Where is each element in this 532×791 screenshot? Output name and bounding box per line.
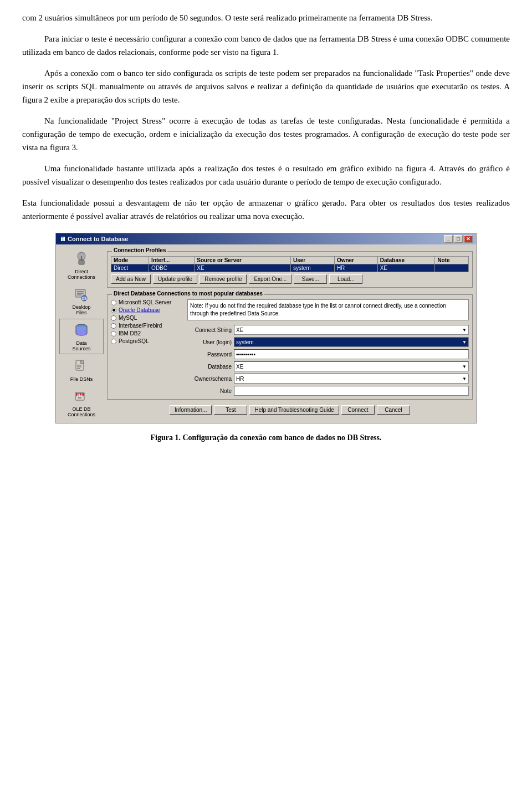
remove-profile-button[interactable]: Remove profile <box>200 274 247 284</box>
note-input[interactable] <box>234 386 469 396</box>
radio-circle-oracle <box>111 308 116 313</box>
sidebar-item-direct-connections[interactable]: DirectConnections <box>59 248 104 282</box>
svg-text:DB: DB <box>78 396 81 399</box>
radio-circle-interbase <box>111 323 116 329</box>
svg-rect-1 <box>79 260 84 264</box>
sidebar-label-oledb: OLE DBConnections <box>68 406 95 417</box>
connect-string-select[interactable]: XE ▼ <box>234 325 469 335</box>
cell-mode: Direct <box>111 264 149 272</box>
paragraph-1: com 2 usuários simultâneos por um períod… <box>22 11 510 24</box>
sidebar-label-direct: DirectConnections <box>68 269 95 280</box>
load-button[interactable]: Load... <box>329 274 362 284</box>
profile-buttons-row: Add as New Update profile Remove profile… <box>111 274 469 284</box>
col-database: Database <box>377 257 435 264</box>
paragraph-3: Após a conexão com o banco ter sido conf… <box>22 67 510 106</box>
sidebar-item-data-sources[interactable]: DataSources <box>59 319 104 354</box>
svg-rect-13 <box>77 366 81 368</box>
col-mode: Mode <box>111 257 149 264</box>
sidebar-item-desktop-files[interactable]: DB DesktopFiles <box>59 283 104 318</box>
titlebar-left: 🖥 Connect to Database <box>59 236 128 242</box>
file-dsns-icon <box>73 358 90 375</box>
chevron-down-icon: ▼ <box>462 364 467 369</box>
profile-table: Mode Interf... Source or Server User Own… <box>111 256 469 272</box>
direct-db-group: Direct Database Connections to most popu… <box>107 294 473 400</box>
radio-label-oracle: Oracle Database <box>119 307 160 313</box>
test-button[interactable]: Test <box>214 405 247 415</box>
radio-label-postgresql: PostgreSQL <box>119 338 149 344</box>
table-row[interactable]: Direct ODBC XE system HR XE <box>111 264 469 272</box>
sidebar-label-datasources: DataSources <box>72 340 90 351</box>
add-as-new-button[interactable]: Add as New <box>111 274 151 284</box>
radio-mysql[interactable]: MySQL <box>111 315 183 321</box>
direct-connections-icon <box>73 250 90 268</box>
radio-mssql[interactable]: Microsoft SQL Server <box>111 299 183 305</box>
note-text: Note: If you do not find the required da… <box>190 303 446 317</box>
svg-rect-14 <box>77 368 80 369</box>
cell-user: system <box>291 264 335 272</box>
radio-label-mysql: MySQL <box>119 315 137 321</box>
radio-circle-mysql <box>111 315 116 321</box>
titlebar-controls: _ □ ✕ <box>444 235 473 243</box>
minimize-button[interactable]: _ <box>444 235 453 243</box>
figure-caption: Figura 1. Configuração da conexão com ba… <box>22 433 510 442</box>
radio-interbase[interactable]: Interbase/Firebird <box>111 323 183 329</box>
svg-rect-4 <box>77 291 84 292</box>
label-user-login: User (login) <box>187 339 232 345</box>
radio-postgresql[interactable]: PostgreSQL <box>111 338 183 344</box>
radio-label-mssql: Microsoft SQL Server <box>119 299 171 305</box>
password-input[interactable] <box>234 349 469 359</box>
export-one-button[interactable]: Export One... <box>249 274 291 284</box>
left-sidebar: DirectConnections DB DesktopFiles <box>59 248 104 420</box>
database-select[interactable]: XE ▼ <box>234 361 469 371</box>
owner-schema-select[interactable]: HR ▼ <box>234 374 469 384</box>
label-password: Password <box>187 351 232 358</box>
form-row-user-login: User (login) system ▼ <box>187 337 469 347</box>
note-box: Note: If you do not find the required da… <box>187 299 469 320</box>
svg-rect-5 <box>77 293 84 294</box>
radio-ibmdb2[interactable]: IBM DB2 <box>111 330 183 336</box>
user-login-select[interactable]: system ▼ <box>234 337 469 347</box>
form-row-note: Note <box>187 386 469 396</box>
right-form: Note: If you do not find the required da… <box>187 299 469 396</box>
sidebar-label-desktop: DesktopFiles <box>72 304 90 315</box>
connection-profiles-title: Connection Profiles <box>112 247 167 253</box>
maximize-button[interactable]: □ <box>454 235 463 243</box>
dialog-figure: 🖥 Connect to Database _ □ ✕ DirectConne <box>55 233 477 423</box>
col-source: Source or Server <box>195 257 291 264</box>
cancel-button[interactable]: Cancel <box>377 405 410 415</box>
radio-list: Microsoft SQL Server Oracle Database MyS… <box>111 299 183 396</box>
cell-owner: HR <box>334 264 377 272</box>
desktop-files-icon: DB <box>73 285 90 303</box>
label-connect-string: Connect String <box>187 327 232 333</box>
connect-button[interactable]: Connect <box>341 405 375 415</box>
label-owner-schema: Owner/schema <box>187 376 232 382</box>
right-content: Connection Profiles Mode Interf... Sourc… <box>107 248 473 420</box>
help-troubleshooting-button[interactable]: Help and Troubleshooting Guide <box>249 405 339 415</box>
sidebar-label-filedsns: File DSNs <box>70 376 93 382</box>
direct-db-inner: Microsoft SQL Server Oracle Database MyS… <box>111 299 469 396</box>
paragraph-5: Uma funcionalidade bastante utilizada ap… <box>22 162 510 188</box>
close-button[interactable]: ✕ <box>464 235 473 243</box>
cell-interf: ODBC <box>149 264 195 272</box>
update-profile-button[interactable]: Update profile <box>153 274 197 284</box>
paragraph-6: Esta funcionalidade possui a desvantagem… <box>22 196 510 223</box>
form-row-database: Database XE ▼ <box>187 361 469 371</box>
col-owner: Owner <box>334 257 377 264</box>
radio-label-interbase: Interbase/Firebird <box>119 323 162 329</box>
radio-oracle[interactable]: Oracle Database <box>111 307 183 313</box>
dialog-title-icon: 🖥 <box>59 236 65 242</box>
save-button[interactable]: Save... <box>294 274 327 284</box>
chevron-down-icon: ▼ <box>462 340 467 345</box>
cell-source: XE <box>195 264 291 272</box>
form-row-connect-string: Connect String XE ▼ <box>187 325 469 335</box>
col-interf: Interf... <box>149 257 195 264</box>
sidebar-item-ole-db[interactable]: OLE DB OLE DBConnections <box>59 385 104 420</box>
direct-db-title: Direct Database Connections to most popu… <box>112 290 264 297</box>
cell-note <box>435 264 469 272</box>
col-note: Note <box>435 257 469 264</box>
ole-db-icon: OLE DB <box>73 387 90 405</box>
information-button[interactable]: Information... <box>170 405 212 415</box>
sidebar-item-file-dsns[interactable]: File DSNs <box>59 355 104 384</box>
dialog-body: DirectConnections DB DesktopFiles <box>56 244 476 423</box>
radio-circle-ibmdb2 <box>111 331 116 336</box>
